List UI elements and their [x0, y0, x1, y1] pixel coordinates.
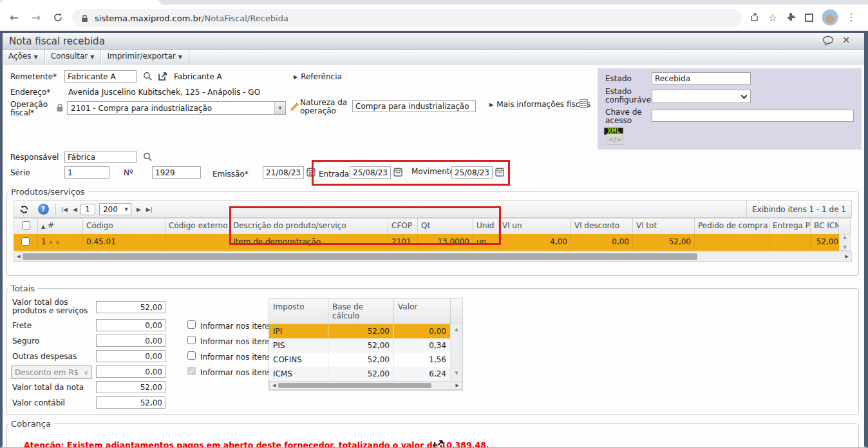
refresh-icon[interactable] — [15, 202, 32, 216]
next-page-icon[interactable]: ▶ — [137, 206, 141, 213]
header-vl-desconto[interactable]: Vl desconto — [571, 218, 633, 235]
valor-total-nota-input[interactable] — [96, 381, 165, 393]
prev-page-icon[interactable]: ◀ — [73, 206, 77, 213]
row-checkbox[interactable] — [21, 237, 30, 246]
scroll-right-icon[interactable]: ▶ — [843, 254, 851, 259]
menu-imprimir-exportar[interactable]: Imprimir/exportar▼ — [101, 50, 189, 64]
frete-input[interactable] — [96, 319, 165, 331]
calendar-icon[interactable] — [393, 167, 402, 179]
xml-file-icon[interactable]: XML </> — [604, 128, 623, 145]
outras-despesas-input[interactable] — [96, 350, 165, 362]
header-codigo[interactable]: Código — [83, 218, 165, 235]
estado-configuravel-label: Estado configurável — [605, 88, 652, 104]
open-external-icon[interactable] — [433, 439, 444, 447]
scroll-right-icon[interactable]: ▶ — [453, 383, 462, 388]
open-external-icon[interactable] — [158, 71, 168, 83]
seguro-input[interactable] — [96, 335, 165, 347]
help-icon[interactable]: ? — [35, 202, 52, 216]
desconto-informar-label: Informar nos itens — [200, 368, 271, 377]
impostos-header-valor[interactable]: Valor — [394, 299, 451, 324]
row-select-cell[interactable] — [14, 234, 38, 251]
search-icon[interactable] — [143, 152, 153, 164]
forward-icon[interactable]: → — [27, 8, 45, 26]
extensions-puzzle-icon[interactable] — [782, 8, 800, 26]
page-number-input[interactable] — [80, 204, 95, 215]
movimento-input[interactable] — [451, 166, 493, 179]
outras-informar-checkbox[interactable] — [187, 351, 196, 360]
select-all-checkbox[interactable] — [22, 221, 30, 229]
header-pedido-compra[interactable]: Pedido de compra — [695, 218, 769, 235]
operacao-fiscal-select[interactable]: 2101 - Compra para industrialização ▼ — [67, 101, 286, 115]
imposto-row-icms[interactable]: ICMS 52,00 6,24 ▼ — [269, 367, 462, 381]
url-bar[interactable]: sistema.maxiprod.com.br/NotaFiscal/Receb… — [72, 9, 742, 27]
notes-list-icon[interactable] — [580, 99, 588, 108]
page-size-select[interactable]: 200 ▼ — [99, 203, 131, 215]
impostos-scroll-down-icon[interactable]: ▼ — [451, 367, 462, 381]
estado-input[interactable] — [652, 72, 751, 84]
last-page-icon[interactable]: ▶| — [146, 206, 153, 213]
impostos-horizontal-scrollbar[interactable]: ◀ ▶ — [269, 381, 462, 390]
header-entrega-pc[interactable]: Entrega PC — [769, 218, 811, 235]
emissao-input[interactable] — [263, 166, 304, 179]
move-up-icon[interactable]: ∧ — [48, 239, 53, 246]
move-down-icon[interactable]: ∨ — [55, 239, 60, 246]
vertical-scrollbar[interactable]: ▲▼ — [839, 234, 851, 251]
scroll-left-icon[interactable]: ◀ — [14, 254, 23, 259]
search-icon[interactable] — [143, 72, 153, 83]
row-vl-un: 4,00 — [499, 234, 571, 251]
frete-informar-checkbox[interactable] — [187, 320, 196, 329]
impostos-scroll-up-icon[interactable]: ▲ — [451, 324, 462, 338]
valor-contabil-input[interactable] — [96, 396, 165, 409]
profile-avatar[interactable] — [822, 9, 838, 26]
scrollbar-thumb[interactable] — [23, 253, 697, 260]
responsavel-input[interactable] — [64, 151, 137, 163]
remetente-link[interactable]: Fabricante A — [174, 73, 222, 81]
calendar-icon[interactable] — [495, 167, 504, 179]
header-codigo-externo[interactable]: Código externo — [165, 218, 230, 235]
imposto-row-ipi[interactable]: IPI 52,00 0,00 ▲ — [269, 324, 462, 338]
header-vl-tot[interactable]: Vl tot — [633, 218, 695, 235]
numero-input[interactable] — [152, 166, 201, 179]
imposto-row-cofins[interactable]: COFINS 52,00 1,56 — [269, 353, 462, 367]
natureza-input[interactable] — [352, 100, 476, 112]
scroll-left-icon[interactable]: ◀ — [270, 383, 278, 388]
desconto-tipo-select[interactable]: Desconto em R$ ∨ — [11, 365, 92, 379]
pencil-edit-icon[interactable] — [290, 101, 299, 114]
referencia-toggle[interactable]: ▶Referência — [294, 72, 342, 81]
estado-configuravel-select[interactable] — [652, 90, 751, 103]
impostos-header-imposto[interactable]: Imposto — [269, 299, 328, 324]
row-entrega — [769, 234, 811, 251]
share-icon[interactable] — [746, 8, 764, 26]
bookmark-star-icon[interactable]: ☆ — [764, 8, 782, 26]
menu-consultar[interactable]: Consultar▼ — [45, 50, 102, 64]
valor-contabil-label: Valor contábil — [12, 399, 65, 407]
reload-icon[interactable] — [49, 8, 67, 26]
header-num[interactable]: ▲ # — [38, 218, 83, 235]
impostos-header-base[interactable]: Base de cálculo — [328, 299, 394, 324]
horizontal-scrollbar[interactable]: ◀ ▶ — [14, 251, 852, 262]
entrada-label: Entrada — [319, 170, 349, 179]
imposto-row-pis[interactable]: PIS 52,00 0,34 — [269, 338, 462, 353]
valor-total-produtos-input[interactable] — [96, 301, 165, 313]
seguro-informar-checkbox[interactable] — [187, 336, 196, 344]
scrollbar-thumb[interactable] — [278, 383, 431, 388]
menu-dots-icon[interactable]: ⋮ — [842, 8, 860, 26]
mais-informacoes-fiscais-toggle[interactable]: ▶Mais informações fiscais — [489, 100, 590, 109]
menu-acoes[interactable]: Ações▼ — [3, 50, 45, 64]
first-page-icon[interactable]: |◀ — [61, 206, 68, 213]
header-vl-un[interactable]: Vl un — [499, 218, 571, 235]
close-icon[interactable]: ✕ — [842, 35, 850, 45]
back-icon[interactable]: ← — [5, 8, 23, 26]
entrada-input[interactable] — [350, 166, 391, 179]
desconto-input[interactable] — [96, 365, 165, 378]
comment-bubble-icon[interactable] — [822, 35, 835, 48]
side-panel-icon[interactable] — [800, 8, 818, 26]
triangle-right-icon: ▶ — [294, 74, 297, 80]
chave-acesso-input[interactable] — [652, 110, 854, 122]
serie-input[interactable] — [64, 166, 109, 179]
header-select-all[interactable] — [14, 218, 38, 235]
outras-despesas-label: Outras despesas — [12, 353, 77, 361]
movimento-label: Movimento — [411, 168, 455, 176]
header-bc-icms[interactable]: BC ICMS — [811, 218, 839, 235]
remetente-input[interactable] — [64, 70, 137, 83]
